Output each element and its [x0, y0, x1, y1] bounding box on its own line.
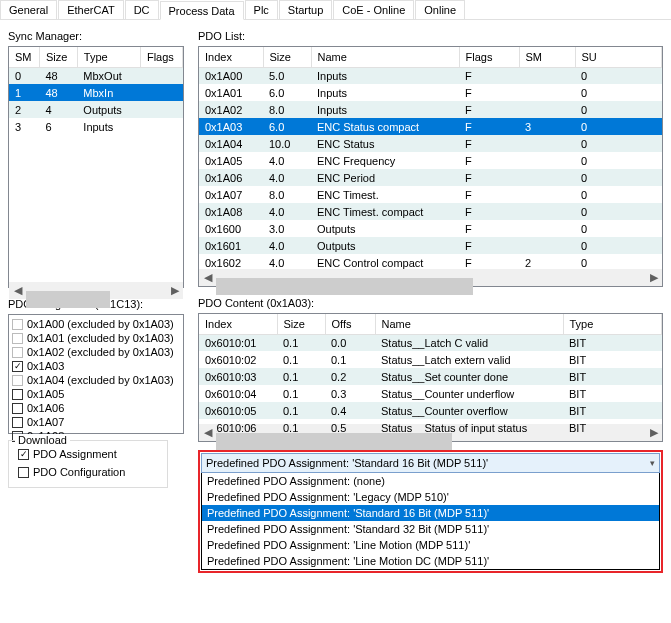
dropdown-option[interactable]: Predefined PDO Assignment: 'Standard 16 …: [202, 505, 659, 521]
tab-startup[interactable]: Startup: [279, 0, 332, 19]
assignment-item[interactable]: 0x1A05: [11, 387, 181, 401]
table-row[interactable]: 0x1A005.0InputsF0: [199, 67, 662, 84]
col-header[interactable]: Size: [277, 314, 325, 334]
table-row[interactable]: 0x1A036.0ENC Status compactF30: [199, 118, 662, 135]
assignment-item: 0x1A00 (excluded by 0x1A03): [11, 317, 181, 331]
table-row[interactable]: 0x6010:010.10.0Status__Latch C validBIT: [199, 334, 662, 351]
scroll-right-icon[interactable]: ▶: [166, 282, 183, 299]
col-header[interactable]: SU: [575, 47, 662, 67]
col-header[interactable]: Name: [375, 314, 563, 334]
assignment-item: 0x1A02 (excluded by 0x1A03): [11, 345, 181, 359]
col-header[interactable]: Index: [199, 47, 263, 67]
predefined-pdo-options[interactable]: Predefined PDO Assignment: (none)Predefi…: [201, 473, 660, 570]
table-row[interactable]: 36Inputs: [9, 118, 183, 135]
scrollbar-h[interactable]: ◀ ▶: [9, 282, 183, 299]
scroll-left-icon[interactable]: ◀: [9, 282, 26, 299]
checkbox-icon: [12, 319, 23, 330]
table-row[interactable]: 048MbxOut: [9, 67, 183, 84]
tab-strip: GeneralEtherCATDCProcess DataPlcStartupC…: [0, 0, 671, 20]
table-row[interactable]: 0x1A084.0ENC Timest. compactF0: [199, 203, 662, 220]
tab-online[interactable]: Online: [415, 0, 465, 19]
scroll-right-icon[interactable]: ▶: [645, 269, 662, 286]
table-row[interactable]: 0x1A078.0ENC Timest.F0: [199, 186, 662, 203]
scroll-left-icon[interactable]: ◀: [199, 424, 216, 441]
dropdown-option[interactable]: Predefined PDO Assignment: 'Legacy (MDP …: [202, 489, 659, 505]
predefined-pdo-highlight: Predefined PDO Assignment: 'Standard 16 …: [198, 450, 663, 573]
assignment-item: 0x1A01 (excluded by 0x1A03): [11, 331, 181, 345]
col-header[interactable]: Size: [263, 47, 311, 67]
table-row[interactable]: 0x1A054.0ENC FrequencyF0: [199, 152, 662, 169]
col-header[interactable]: Offs: [325, 314, 375, 334]
table-row[interactable]: 0x1A0410.0ENC StatusF0: [199, 135, 662, 152]
pdo-assignment-checkbox[interactable]: ✓PDO Assignment: [17, 447, 159, 461]
checkbox-icon: [12, 417, 23, 428]
pdo-configuration-checkbox[interactable]: PDO Configuration: [17, 465, 159, 479]
table-row[interactable]: 24Outputs: [9, 101, 183, 118]
tab-coe-online[interactable]: CoE - Online: [333, 0, 414, 19]
dropdown-option[interactable]: Predefined PDO Assignment: 'Line Motion …: [202, 537, 659, 553]
predefined-pdo-dropdown[interactable]: Predefined PDO Assignment: 'Standard 16 …: [201, 453, 660, 473]
table-row[interactable]: 0x6010:050.10.4Status__Counter overflowB…: [199, 402, 662, 419]
col-header[interactable]: SM: [9, 47, 39, 67]
download-legend: Download: [15, 434, 70, 446]
col-header[interactable]: Index: [199, 314, 277, 334]
table-row[interactable]: 0x16003.0OutputsF0: [199, 220, 662, 237]
col-header[interactable]: Size: [39, 47, 77, 67]
checkbox-icon: [12, 403, 23, 414]
table-row[interactable]: 0x1A064.0ENC PeriodF0: [199, 169, 662, 186]
table-row[interactable]: 0x6010:040.10.3Status__Counter underflow…: [199, 385, 662, 402]
col-header[interactable]: Flags: [459, 47, 519, 67]
dropdown-option[interactable]: Predefined PDO Assignment: 'Standard 32 …: [202, 521, 659, 537]
checkbox-icon: [12, 389, 23, 400]
checkbox-icon: [12, 375, 23, 386]
sync-manager-label: Sync Manager:: [8, 30, 184, 42]
scroll-right-icon[interactable]: ▶: [645, 424, 662, 441]
table-row[interactable]: 0x1A028.0InputsF0: [199, 101, 662, 118]
tab-general[interactable]: General: [0, 0, 57, 19]
dropdown-option[interactable]: Predefined PDO Assignment: (none): [202, 473, 659, 489]
checkbox-icon: [12, 347, 23, 358]
scroll-left-icon[interactable]: ◀: [199, 269, 216, 286]
tab-dc[interactable]: DC: [125, 0, 159, 19]
download-group: Download ✓PDO Assignment PDO Configurati…: [8, 440, 168, 488]
col-header[interactable]: Name: [311, 47, 459, 67]
table-row[interactable]: 0x1A016.0InputsF0: [199, 84, 662, 101]
pdo-content-table[interactable]: IndexSizeOffsNameType0x6010:010.10.0Stat…: [198, 313, 663, 442]
col-header[interactable]: Type: [563, 314, 662, 334]
chevron-down-icon: ▾: [650, 458, 655, 468]
checkbox-icon: ✓: [12, 361, 23, 372]
dropdown-option[interactable]: Predefined PDO Assignment: 'Line Motion …: [202, 553, 659, 569]
assignment-item[interactable]: ✓0x1A03: [11, 359, 181, 373]
pdo-list-table[interactable]: IndexSizeNameFlagsSMSU0x1A005.0InputsF00…: [198, 46, 663, 287]
tab-process-data[interactable]: Process Data: [160, 1, 244, 20]
col-header[interactable]: Flags: [140, 47, 182, 67]
tab-ethercat[interactable]: EtherCAT: [58, 0, 123, 19]
pdo-content-label: PDO Content (0x1A03):: [198, 297, 663, 309]
assignment-item[interactable]: 0x1A07: [11, 415, 181, 429]
scrollbar-h[interactable]: ◀ ▶: [199, 269, 662, 286]
table-row[interactable]: 0x16014.0OutputsF0: [199, 237, 662, 254]
table-row[interactable]: 0x16024.0ENC Control compactF20: [199, 254, 662, 269]
checkbox-icon: [12, 333, 23, 344]
col-header[interactable]: Type: [77, 47, 140, 67]
col-header[interactable]: SM: [519, 47, 575, 67]
tab-plc[interactable]: Plc: [245, 0, 278, 19]
pdo-list-label: PDO List:: [198, 30, 663, 42]
table-row[interactable]: 0x6010:030.10.2Status__Set counter doneB…: [199, 368, 662, 385]
table-row[interactable]: 148MbxIn: [9, 84, 183, 101]
table-row[interactable]: 0x6010:020.10.1Status__Latch extern vali…: [199, 351, 662, 368]
sync-manager-table[interactable]: SMSizeTypeFlags048MbxOut148MbxIn24Output…: [8, 46, 184, 288]
assignment-item[interactable]: 0x1A06: [11, 401, 181, 415]
assignment-item: 0x1A04 (excluded by 0x1A03): [11, 373, 181, 387]
pdo-assignment-list[interactable]: 0x1A00 (excluded by 0x1A03)0x1A01 (exclu…: [8, 314, 184, 434]
